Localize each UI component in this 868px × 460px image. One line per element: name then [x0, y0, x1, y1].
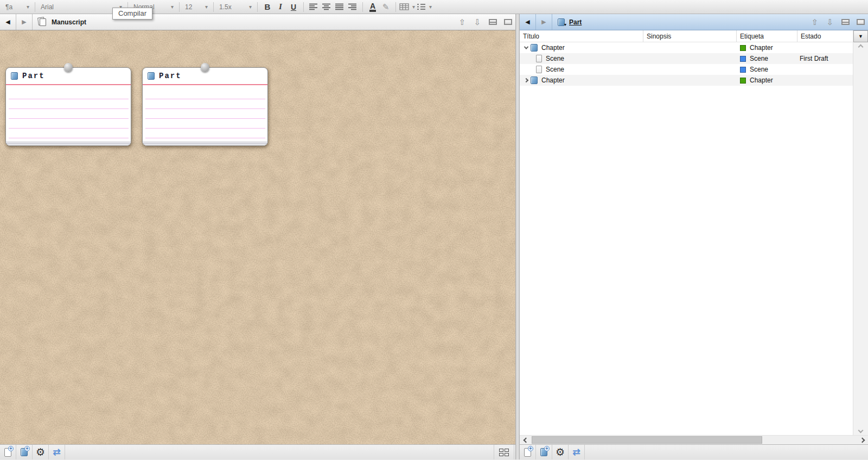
label-color-chip — [740, 45, 746, 51]
split-editor-button[interactable] — [485, 19, 500, 25]
manuscript-icon — [38, 17, 47, 27]
forward-button[interactable]: ▶ — [16, 14, 33, 30]
left-pane-title[interactable]: Manuscript — [52, 18, 86, 26]
table-button[interactable]: ▾ — [399, 1, 415, 13]
label-cell[interactable]: Chapter — [737, 75, 797, 86]
scrivener-window: ¶a ▾ Arial ▾ Normal ▾ 12 ▾ 1.5x ▾ B I U — [0, 0, 868, 460]
column-options-button[interactable]: ▼ — [853, 30, 868, 42]
column-header-estado[interactable]: Estado — [797, 30, 853, 42]
index-card[interactable]: Part — [5, 67, 131, 146]
align-right-button[interactable] — [346, 1, 359, 13]
add-folder-button[interactable]: + — [536, 445, 552, 459]
text-color-icon: A — [369, 2, 376, 12]
add-item-button[interactable]: + — [0, 445, 16, 459]
label-cell[interactable]: Scene — [737, 53, 797, 64]
synopsis-cell[interactable] — [643, 53, 737, 64]
synopsis-cell[interactable] — [643, 64, 737, 75]
synopsis-cell[interactable] — [643, 42, 737, 53]
move-down-button[interactable]: ⇩ — [822, 17, 838, 27]
label-text: Scene — [750, 55, 768, 62]
format-toolbar: ¶a ▾ Arial ▾ Normal ▾ 12 ▾ 1.5x ▾ B I U — [0, 0, 868, 14]
move-down-button[interactable]: ⇩ — [470, 17, 485, 27]
chevron-down-icon: ▾ — [249, 4, 252, 10]
left-pane-footer: + + ⚙ ⇄ — [0, 444, 515, 459]
folder-icon — [148, 72, 155, 80]
page-plus-icon: + — [524, 448, 531, 457]
corkboard-options-button[interactable] — [494, 445, 514, 459]
move-up-button[interactable]: ⇧ — [455, 17, 470, 27]
page-plus-icon: + — [4, 448, 11, 457]
scroll-up-icon[interactable] — [858, 44, 864, 50]
add-folder-button[interactable]: + — [16, 445, 33, 459]
corkboard[interactable]: Part Part — [0, 30, 515, 444]
align-left-icon — [309, 3, 318, 10]
add-item-button[interactable]: + — [520, 445, 536, 459]
no-split-button[interactable] — [500, 19, 515, 25]
list-button[interactable]: ▾ — [417, 1, 432, 13]
row-title: Scene — [546, 55, 564, 62]
outliner-row-scene-1[interactable]: Scene Scene First Draft — [520, 53, 853, 64]
editor-split-divider[interactable] — [515, 14, 520, 459]
chevron-down-icon — [524, 44, 528, 49]
column-header-titulo[interactable]: Título — [520, 30, 643, 42]
scroll-down-icon[interactable] — [858, 428, 864, 433]
forward-icon: ▶ — [541, 18, 546, 25]
align-left-button[interactable] — [307, 1, 320, 13]
label-cell[interactable]: Chapter — [737, 42, 797, 53]
forward-button[interactable]: ▶ — [536, 14, 552, 30]
line-spacing-dropdown[interactable]: 1.5x ▾ — [217, 1, 254, 13]
bold-button[interactable]: B — [261, 1, 274, 13]
scroll-left-button[interactable] — [520, 436, 532, 444]
expand-toggle[interactable] — [522, 46, 531, 49]
vertical-scrollbar[interactable] — [853, 42, 868, 435]
list-icon — [417, 3, 426, 10]
split-editor-button[interactable] — [838, 19, 853, 25]
style-preset-dropdown[interactable]: ¶a ▾ — [3, 1, 31, 13]
back-button[interactable]: ◀ — [520, 14, 536, 30]
toolbar-divider — [395, 2, 396, 12]
status-cell[interactable]: First Draft — [797, 53, 853, 64]
underline-button[interactable]: U — [287, 1, 300, 13]
outliner-empty-area[interactable] — [520, 86, 853, 435]
chevron-down-icon: ▾ — [412, 4, 415, 10]
horizontal-scrollbar[interactable] — [520, 435, 868, 444]
back-button[interactable]: ◀ — [0, 14, 16, 30]
split-horizontal-icon — [489, 19, 497, 25]
outliner-row-chapter-2[interactable]: Chapter Chapter — [520, 75, 853, 86]
status-cell[interactable] — [797, 64, 853, 75]
move-up-button[interactable]: ⇧ — [807, 17, 822, 27]
index-card[interactable]: Part — [142, 67, 268, 146]
scrollbar-track[interactable] — [532, 436, 856, 444]
status-cell[interactable] — [797, 42, 853, 53]
synopsis-cell[interactable] — [643, 75, 737, 86]
column-header-etiqueta[interactable]: Etiqueta — [737, 30, 797, 42]
split-horizontal-icon — [841, 19, 850, 25]
left-editor-pane: ◀ ▶ Manuscript ⇧ ⇩ — [0, 14, 515, 459]
label-color-chip — [740, 78, 746, 84]
auto-load-toggle-button[interactable]: ⇄ — [569, 445, 585, 459]
column-header-sinopsis[interactable]: Sinopsis — [643, 30, 737, 42]
document-icon — [536, 55, 542, 62]
auto-load-toggle-button[interactable]: ⇄ — [49, 445, 65, 459]
right-pane-title[interactable]: Part — [569, 18, 582, 26]
settings-button[interactable]: ⚙ — [552, 445, 569, 459]
font-family-dropdown[interactable]: Arial ▾ — [39, 1, 124, 13]
outliner-row-scene-2[interactable]: Scene Scene — [520, 64, 853, 75]
toolbar-divider — [257, 2, 258, 12]
highlight-button[interactable]: ✎ — [379, 1, 392, 13]
font-size-dropdown[interactable]: 12 ▾ — [183, 1, 210, 13]
italic-button[interactable]: I — [274, 1, 287, 13]
status-cell[interactable] — [797, 75, 853, 86]
scrollbar-thumb[interactable] — [532, 436, 762, 444]
settings-button[interactable]: ⚙ — [33, 445, 49, 459]
align-justify-button[interactable] — [333, 1, 346, 13]
scroll-right-button[interactable] — [856, 436, 868, 444]
label-cell[interactable]: Scene — [737, 64, 797, 75]
no-split-button[interactable] — [853, 19, 868, 25]
toolbar-divider — [179, 2, 180, 12]
align-center-button[interactable] — [320, 1, 333, 13]
expand-toggle[interactable] — [522, 79, 531, 82]
text-color-button[interactable]: A — [366, 1, 379, 13]
outliner-row-chapter-1[interactable]: Chapter Chapter — [520, 42, 853, 53]
outliner-column-headers: Título Sinopsis Etiqueta Estado — [520, 30, 853, 42]
